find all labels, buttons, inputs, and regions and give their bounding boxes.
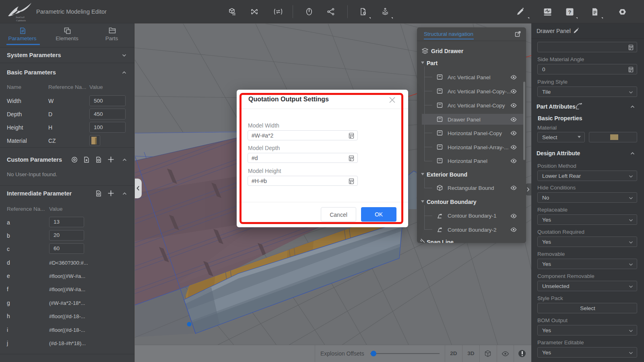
svg-text:?: ? [568,9,572,15]
svg-text:Cabinets: Cabinets [16,19,26,22]
svg-text:SeaGull: SeaGull [16,16,25,19]
